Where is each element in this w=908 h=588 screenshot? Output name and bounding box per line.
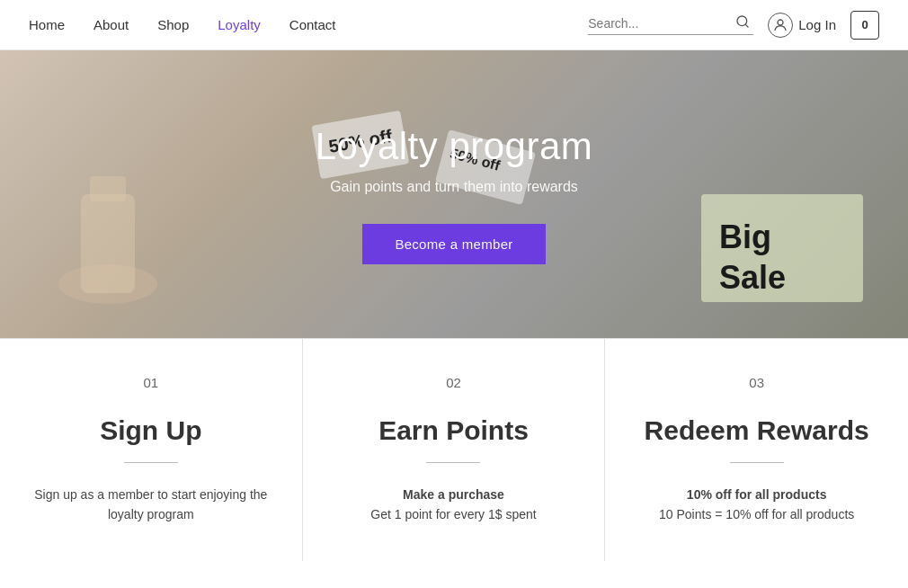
feature-desc-2-highlight: Make a purchase: [403, 487, 504, 502]
feature-num-3: 03: [634, 375, 879, 390]
navbar: Home About Shop Loyalty Contact Log In 0: [0, 0, 908, 50]
svg-point-2: [778, 20, 783, 25]
feature-card-1: 01 Sign Up Sign up as a member to start …: [0, 339, 303, 561]
feature-divider-2: [426, 462, 480, 463]
features-section: 01 Sign Up Sign up as a member to start …: [0, 338, 908, 561]
feature-num-1: 01: [29, 375, 273, 390]
become-member-button[interactable]: Become a member: [362, 224, 545, 264]
feature-desc-3-highlight: 10% off for all products: [687, 487, 827, 502]
feature-desc-3: 10% off for all products 10 Points = 10%…: [634, 485, 879, 525]
feature-desc-3-body: 10 Points = 10% off for all products: [659, 507, 854, 521]
feature-desc-1: Sign up as a member to start enjoying th…: [29, 485, 273, 525]
hero-content: Loyalty program Gain points and turn the…: [316, 125, 593, 264]
nav-home[interactable]: Home: [29, 17, 65, 32]
feature-title-2: Earn Points: [332, 415, 576, 446]
person-icon: [772, 17, 788, 33]
hero-section: 50% off 50% off Big Sale Loyalty program…: [0, 50, 908, 338]
nav-about[interactable]: About: [93, 17, 129, 32]
login-area[interactable]: Log In: [768, 13, 836, 38]
feature-card-2: 02 Earn Points Make a purchase Get 1 poi…: [303, 339, 606, 561]
feature-divider-1: [124, 462, 178, 463]
feature-num-2: 02: [332, 375, 576, 390]
search-icon: [735, 14, 750, 29]
feature-divider-3: [730, 462, 784, 463]
feature-desc-2-body: Get 1 point for every 1$ spent: [370, 507, 536, 521]
svg-line-1: [745, 24, 748, 27]
hero-subtitle: Gain points and turn them into rewards: [316, 179, 593, 195]
search-input[interactable]: [588, 16, 732, 31]
nav-loyalty[interactable]: Loyalty: [218, 17, 261, 32]
search-bar[interactable]: [588, 14, 753, 35]
feature-title-1: Sign Up: [29, 415, 273, 446]
hero-title: Loyalty program: [316, 125, 593, 168]
nav-shop[interactable]: Shop: [157, 17, 189, 32]
nav-contact[interactable]: Contact: [289, 17, 336, 32]
nav-links: Home About Shop Loyalty Contact: [29, 17, 336, 32]
avatar-icon: [768, 13, 793, 38]
search-icon-button[interactable]: [732, 14, 753, 32]
cart-button[interactable]: 0: [850, 11, 879, 40]
feature-desc-2: Make a purchase Get 1 point for every 1$…: [332, 485, 576, 525]
feature-card-3: 03 Redeem Rewards 10% off for all produc…: [605, 339, 908, 561]
login-label[interactable]: Log In: [798, 17, 836, 32]
feature-title-3: Redeem Rewards: [634, 415, 879, 446]
nav-right: Log In 0: [588, 11, 879, 40]
